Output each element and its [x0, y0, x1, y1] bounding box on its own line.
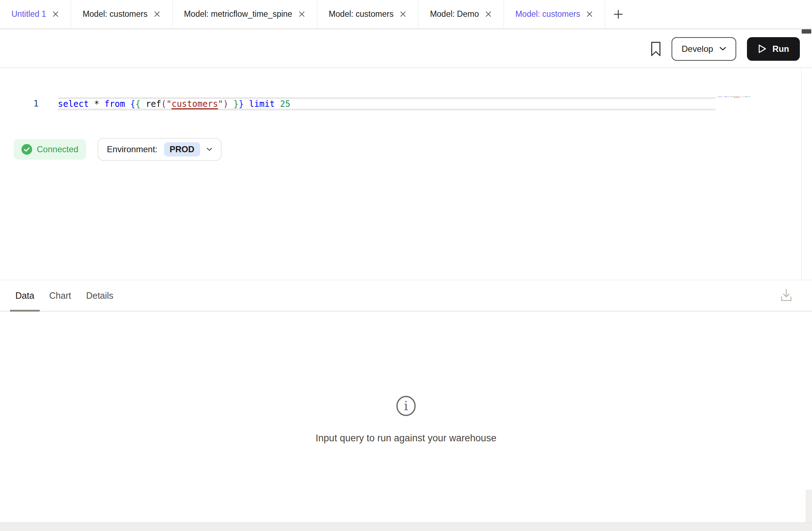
tab-label: Model: Demo: [430, 9, 479, 19]
editor-tab[interactable]: Untitled 1: [0, 0, 71, 28]
svg-text:i: i: [404, 398, 408, 413]
code-token: {: [130, 99, 135, 109]
close-tab-icon[interactable]: [586, 10, 593, 18]
results-tab[interactable]: Data: [10, 280, 40, 311]
toolbar: Develop Run: [0, 30, 812, 68]
chevron-down-icon: [719, 47, 726, 51]
editor-tab[interactable]: Model: customers: [71, 0, 173, 28]
tab-label: Model: customers: [83, 9, 148, 19]
results-tab[interactable]: Chart: [44, 280, 76, 311]
code-token: {: [135, 99, 140, 109]
environment-label: Environment:: [107, 144, 157, 154]
chevron-down-icon: [207, 148, 212, 151]
code-token: 25: [749, 96, 750, 98]
bottom-edge-band: [0, 522, 812, 531]
code-token: [140, 99, 145, 109]
info-icon: i: [395, 395, 417, 417]
connected-label: Connected: [37, 144, 78, 154]
scrollbar-thumb[interactable]: [802, 29, 811, 34]
tab-strip: Untitled 1 Model: customers Model: metri…: [0, 0, 605, 28]
active-tab-underline: [10, 310, 40, 312]
code-token: from: [104, 99, 125, 109]
scrollbar-track[interactable]: [806, 490, 812, 522]
code-token: ": [218, 99, 223, 109]
editor-tab[interactable]: Model: customers: [317, 0, 419, 28]
tab-label: Untitled 1: [11, 9, 46, 19]
download-icon: [780, 288, 792, 302]
code-token: }: [239, 99, 244, 109]
results-tab-label: Details: [86, 291, 113, 301]
code-token: [125, 99, 130, 109]
empty-state-message: Input query to run against your warehous…: [0, 433, 812, 444]
code-token: (: [161, 99, 166, 109]
results-tab[interactable]: Details: [81, 280, 119, 311]
check-circle-icon: [21, 144, 32, 155]
close-tab-icon[interactable]: [485, 10, 492, 18]
code-token: limit: [744, 96, 748, 98]
new-tab-button[interactable]: [605, 0, 632, 28]
results-empty-state: i Input query to run against your wareho…: [0, 395, 812, 444]
code-token: }: [233, 99, 238, 109]
code-token: limit: [249, 99, 275, 109]
bookmark-button[interactable]: [651, 41, 661, 56]
code-token: customers: [734, 96, 740, 98]
environment-selector[interactable]: Environment: PROD: [98, 138, 222, 161]
editor-tab[interactable]: Model: Demo: [419, 0, 504, 28]
connected-badge: Connected: [14, 139, 86, 160]
play-icon: [758, 44, 767, 54]
editor-tab[interactable]: Model: metricflow_time_spine: [173, 0, 317, 28]
results-tab-bar: Data Chart Details: [0, 280, 812, 312]
code-line[interactable]: select * from {{ ref("customers") }} lim…: [58, 97, 716, 110]
results-tab-label: Data: [15, 291, 34, 301]
line-number: 1: [0, 97, 39, 110]
close-tab-icon[interactable]: [399, 10, 407, 18]
code-token: select: [718, 96, 722, 98]
editor-tab-bar: Untitled 1 Model: customers Model: metri…: [0, 0, 812, 29]
code-token: *: [94, 99, 99, 109]
develop-button-label: Develop: [682, 44, 713, 54]
code-token: customers: [172, 99, 218, 109]
environment-value-chip: PROD: [164, 142, 200, 157]
connection-status-row: Connected Environment: PROD: [14, 138, 222, 161]
close-tab-icon[interactable]: [298, 10, 306, 18]
download-results-button[interactable]: [780, 288, 792, 304]
plus-icon: [613, 9, 624, 20]
editor-tab[interactable]: Model: customers: [504, 0, 605, 28]
code-editor[interactable]: Connected Environment: PROD 1 select * f…: [0, 68, 812, 279]
tab-label: Model: customers: [515, 9, 580, 19]
code-token: [244, 99, 249, 109]
code-token: [89, 99, 94, 109]
code-token: [99, 99, 104, 109]
code-token: 25: [280, 99, 290, 109]
run-button-label: Run: [772, 44, 789, 54]
code-token: ): [223, 99, 228, 109]
code-token: from: [724, 96, 727, 98]
editor-right-border: [801, 68, 802, 312]
close-tab-icon[interactable]: [153, 10, 161, 18]
code-token: ref: [146, 99, 161, 109]
close-tab-icon[interactable]: [52, 10, 59, 18]
run-button[interactable]: Run: [747, 37, 800, 61]
bookmark-icon: [651, 41, 661, 56]
code-token: [275, 99, 280, 109]
code-token: select: [58, 99, 89, 109]
minimap[interactable]: select * from {{ ref("customers") }} lim…: [718, 96, 750, 98]
tab-label: Model: metricflow_time_spine: [184, 9, 292, 19]
code-token: [228, 99, 233, 109]
results-tab-label: Chart: [49, 291, 71, 301]
tab-label: Model: customers: [329, 9, 394, 19]
code-token: ": [166, 99, 171, 109]
develop-button[interactable]: Develop: [672, 37, 736, 61]
